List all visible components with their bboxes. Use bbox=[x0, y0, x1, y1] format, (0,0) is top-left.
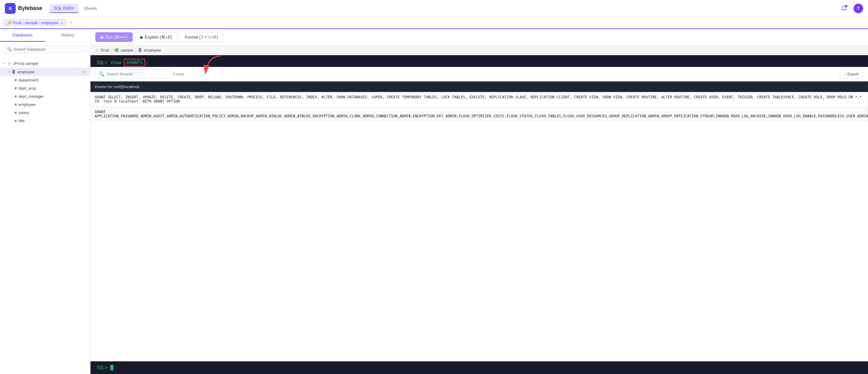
avatar[interactable]: T bbox=[854, 4, 863, 13]
main-layout: Databases History 🔍 ▾ ⚡ (Prod) sample ▾ … bbox=[0, 29, 868, 374]
explain-label: ▶ Explain (⌘+E) bbox=[140, 35, 172, 39]
sidebar: Databases History 🔍 ▾ ⚡ (Prod) sample ▾ … bbox=[0, 29, 91, 374]
results-search-icon: 🔍 bbox=[99, 71, 105, 77]
tab-crumb-employee[interactable]: employee bbox=[41, 21, 58, 25]
tab-add-button[interactable]: + bbox=[67, 19, 75, 26]
tree-label-employee: employee bbox=[18, 70, 34, 74]
search-icon: 🔍 bbox=[7, 47, 12, 52]
table-icon-salary: ≡ bbox=[14, 111, 17, 115]
cursor-block bbox=[111, 365, 114, 370]
sql-bottom-prompt: SQL> bbox=[91, 361, 868, 374]
tab-history[interactable]: History bbox=[45, 29, 91, 42]
prod-icon: ⚡ bbox=[7, 61, 12, 66]
results-search-input[interactable] bbox=[106, 72, 167, 76]
sql-prompt: SQL> bbox=[96, 60, 107, 65]
table-icon-employee: ≡ bbox=[14, 102, 17, 107]
explain-button[interactable]: ▶ Explain (⌘+E) bbox=[135, 32, 177, 42]
logo-icon: B bbox=[5, 3, 16, 14]
notification-dot bbox=[845, 5, 847, 7]
sidebar-tree: ▾ ⚡ (Prod) sample ▾ 🗄 employee ⚡ ≡ depar… bbox=[0, 57, 90, 374]
sql-context-breadcrumb: ⚠ Prod › 🌿 sample › 🗄 employee bbox=[91, 45, 868, 55]
breadcrumb-prod: Prod bbox=[101, 48, 109, 53]
tree-label-prod-sample: (Prod) sample bbox=[13, 61, 38, 66]
breadcrumb-sample-icon: 🌿 bbox=[114, 48, 119, 53]
results-area: 🔍 3 rows ↓ Export Grants for root@localh… bbox=[91, 67, 868, 374]
tree-label-dept-emp: dept_emp bbox=[19, 86, 36, 91]
format-button[interactable]: Format (⇧+⌥+F) bbox=[180, 32, 223, 42]
expand-icon-employee: ▾ bbox=[8, 70, 10, 73]
nav-sheets[interactable]: Sheets bbox=[80, 4, 101, 13]
breadcrumb-db-icon: 🗄 bbox=[138, 48, 142, 53]
tree-label-title: title bbox=[19, 119, 25, 123]
warn-icon: ⚠ bbox=[95, 48, 99, 53]
table-icon-dept-manager: ≡ bbox=[14, 94, 17, 99]
top-nav: B Bytebase SQL Editor Sheets T bbox=[0, 0, 868, 17]
tab-crumb-prod[interactable]: Prod bbox=[13, 21, 21, 25]
flash-icon: ⚡ bbox=[82, 69, 87, 74]
sidebar-search: 🔍 bbox=[0, 42, 90, 57]
tree-label-dept-manager: dept_manager bbox=[19, 94, 44, 99]
employee-db-icon: 🗄 bbox=[12, 70, 16, 74]
tree-item-employee[interactable]: ▾ 🗄 employee ⚡ bbox=[0, 68, 90, 76]
tree-item-department[interactable]: ≡ department bbox=[0, 76, 90, 84]
tree-label-employee-table: employee bbox=[19, 102, 36, 107]
tree-item-dept-emp[interactable]: ≡ dept_emp bbox=[0, 84, 90, 92]
sql-editor[interactable]: SQL> show GRANTS; 🔍 3 rows ↓ Export bbox=[91, 55, 868, 374]
search-input-wrap: 🔍 bbox=[4, 45, 87, 54]
active-tab[interactable]: 🔑 Prod › sample › employee ● bbox=[4, 19, 66, 26]
table-icon-title: ≡ bbox=[14, 119, 17, 123]
breadcrumb-employee: employee bbox=[144, 48, 161, 53]
search-input[interactable] bbox=[13, 47, 83, 52]
expand-icon-prod: ▾ bbox=[4, 62, 5, 65]
tab-crumb-sample[interactable]: sample bbox=[25, 21, 38, 25]
sql-semicolon: ; bbox=[145, 60, 148, 65]
tree-item-title[interactable]: ≡ title bbox=[0, 117, 90, 125]
tab-databases[interactable]: Databases bbox=[0, 29, 45, 42]
run-button[interactable]: ▶ Run (⌘+↵) bbox=[95, 32, 133, 42]
nav-sql-editor[interactable]: SQL Editor bbox=[50, 4, 79, 13]
table-icon-dept-emp: ≡ bbox=[14, 86, 17, 91]
editor-toolbar: ▶ Run (⌘+↵) ▶ Explain (⌘+E) Format (⇧+⌥+… bbox=[91, 29, 868, 45]
table-row: GRANT APPLICATION_PASSWORD_ADMIN,AUDIT_A… bbox=[91, 107, 868, 122]
results-toolbar: 🔍 3 rows ↓ Export bbox=[91, 67, 868, 82]
sidebar-tabs: Databases History bbox=[0, 29, 90, 42]
breadcrumb-sample: sample bbox=[121, 48, 133, 53]
tab-bar: 🔑 Prod › sample › employee ● + bbox=[0, 17, 868, 29]
column-header-empty bbox=[758, 82, 868, 92]
tree-item-employee-table[interactable]: ≡ employee bbox=[0, 100, 90, 108]
editor-results-wrap: ▶ Run (⌘+↵) ▶ Explain (⌘+E) Format (⇧+⌥+… bbox=[91, 29, 868, 374]
table-row: GRANT SELECT, INSERT, UPDATE, DELETE, CR… bbox=[91, 92, 868, 107]
tab-crumb: Prod › sample › employee bbox=[13, 21, 58, 25]
tree-label-department: department bbox=[19, 78, 39, 82]
tree-label-salary: salary bbox=[19, 111, 29, 115]
table-icon-department: ≡ bbox=[14, 78, 17, 82]
tree-item-prod-sample[interactable]: ▾ ⚡ (Prod) sample bbox=[0, 59, 90, 68]
tree-item-salary[interactable]: ≡ salary bbox=[0, 108, 90, 117]
sql-command-line: SQL> show GRANTS; bbox=[91, 55, 868, 67]
result-cell-2: GRANT APPLICATION_PASSWORD_ADMIN,AUDIT_A… bbox=[91, 107, 868, 122]
export-button[interactable]: ↓ Export bbox=[840, 70, 863, 79]
results-search-wrap: 🔍 bbox=[95, 69, 170, 79]
nav-buttons: SQL Editor Sheets bbox=[50, 4, 101, 13]
result-cell-1: GRANT SELECT, INSERT, UPDATE, DELETE, CR… bbox=[91, 92, 868, 107]
bottom-sql-prompt: SQL> bbox=[96, 365, 107, 370]
sql-highlighted-grants: GRANTS bbox=[124, 59, 145, 67]
logo: B Bytebase bbox=[5, 3, 42, 14]
tab-key-icon: 🔑 bbox=[7, 21, 12, 25]
results-table-wrap: Grants for root@localhost GRANT SELECT, … bbox=[91, 82, 868, 361]
logo-text: Bytebase bbox=[18, 5, 42, 11]
notification-button[interactable] bbox=[839, 4, 849, 13]
sql-keyword-show: show bbox=[111, 60, 124, 65]
column-header-grants: Grants for root@localhost bbox=[91, 82, 758, 92]
tab-close-icon[interactable]: ● bbox=[61, 21, 63, 25]
results-row-count: 3 rows bbox=[173, 72, 184, 76]
sql-command: show GRANTS; bbox=[111, 60, 148, 65]
results-table: Grants for root@localhost GRANT SELECT, … bbox=[91, 82, 868, 122]
tree-item-dept-manager[interactable]: ≡ dept_manager bbox=[0, 92, 90, 100]
